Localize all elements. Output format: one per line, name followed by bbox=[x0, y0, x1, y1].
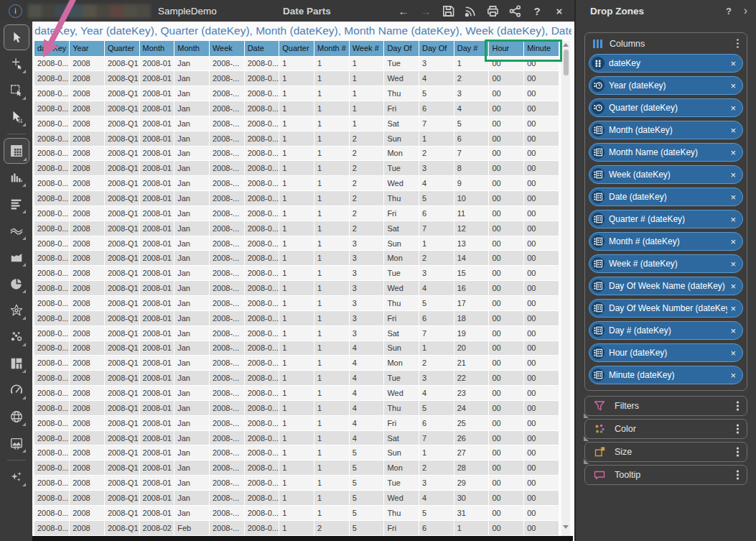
table-cell[interactable]: Mon bbox=[384, 251, 419, 266]
table-cell[interactable]: 2008-... bbox=[209, 415, 244, 430]
table-cell[interactable]: 00 bbox=[524, 131, 559, 146]
table-cell[interactable]: 5 bbox=[454, 116, 489, 131]
table-cell[interactable]: 1 bbox=[279, 131, 314, 146]
table-cell[interactable]: Jan bbox=[174, 476, 210, 491]
broadcast-icon[interactable] bbox=[462, 3, 478, 19]
table-cell[interactable]: 00 bbox=[524, 191, 559, 206]
table-cell[interactable]: 00 bbox=[489, 341, 524, 356]
drop-zone-menu-icon[interactable] bbox=[737, 448, 739, 457]
table-cell[interactable]: 2008-0... bbox=[244, 341, 279, 356]
table-cell[interactable]: 2008 bbox=[70, 161, 105, 176]
scrollbar-thumb[interactable] bbox=[564, 50, 569, 75]
table-cell[interactable]: Jan bbox=[174, 116, 210, 131]
column-pill[interactable]: Hour (dateKey) × bbox=[589, 343, 743, 362]
table-cell[interactable]: 1 bbox=[314, 266, 350, 281]
table-cell[interactable]: 2008-Q1 bbox=[104, 371, 139, 386]
table-cell[interactable]: 1 bbox=[314, 221, 350, 236]
table-cell[interactable]: 2008-... bbox=[209, 116, 244, 131]
table-cell[interactable]: Sun bbox=[384, 131, 419, 146]
table-cell[interactable]: 22 bbox=[454, 371, 489, 386]
column-header[interactable]: Month bbox=[174, 41, 210, 56]
table-cell[interactable]: 2 bbox=[419, 356, 454, 371]
table-cell[interactable]: 2008-0... bbox=[34, 101, 70, 116]
table-cell[interactable]: 00 bbox=[489, 221, 524, 236]
table-cell[interactable]: 2008-0... bbox=[34, 236, 70, 251]
table-cell[interactable]: 00 bbox=[489, 205, 524, 221]
table-cell[interactable]: 7 bbox=[419, 221, 454, 236]
table-cell[interactable]: 2 bbox=[454, 71, 489, 86]
table-row[interactable]: 2008-0...20082008-Q12008-01Jan2008-...20… bbox=[34, 296, 559, 311]
table-cell[interactable]: 1 bbox=[454, 56, 489, 71]
table-cell[interactable]: 2008-0... bbox=[244, 505, 279, 520]
table-cell[interactable]: 2008-01 bbox=[139, 71, 174, 86]
table-cell[interactable]: 2008-Q1 bbox=[104, 191, 139, 206]
table-cell[interactable]: 1 bbox=[314, 461, 350, 476]
table-cell[interactable]: 2 bbox=[419, 146, 454, 161]
table-cell[interactable]: 00 bbox=[489, 71, 524, 86]
panel-collapse-icon[interactable]: › bbox=[744, 4, 747, 17]
column-pill[interactable]: Day Of Week Name (dateKey) ... × bbox=[589, 277, 743, 295]
table-cell[interactable]: 2008 bbox=[70, 341, 105, 356]
table-cell[interactable]: 00 bbox=[524, 520, 559, 535]
table-cell[interactable]: 6 bbox=[419, 520, 454, 535]
table-cell[interactable]: 3 bbox=[349, 310, 384, 325]
remove-column-icon[interactable]: × bbox=[730, 303, 736, 314]
table-cell[interactable]: 1 bbox=[279, 445, 314, 461]
table-cell[interactable]: 2008-Q1 bbox=[104, 415, 139, 430]
table-cell[interactable]: 2 bbox=[349, 176, 384, 191]
table-cell[interactable]: 3 bbox=[349, 281, 384, 296]
table-row[interactable]: 2008-0...20082008-Q12008-02Feb2008-...20… bbox=[34, 520, 559, 535]
table-cell[interactable]: 1 bbox=[314, 281, 350, 296]
table-cell[interactable]: 00 bbox=[489, 371, 524, 386]
table-cell[interactable]: 7 bbox=[454, 146, 489, 161]
line-chart-tool[interactable] bbox=[8, 222, 25, 239]
table-cell[interactable]: 2008-Q1 bbox=[104, 266, 139, 281]
table-cell[interactable]: 2008-Q1 bbox=[104, 146, 139, 161]
table-cell[interactable]: Jan bbox=[174, 161, 210, 176]
table-row[interactable]: 2008-0...20082008-Q12008-01Jan2008-...20… bbox=[34, 356, 559, 371]
table-cell[interactable]: 2008-... bbox=[209, 146, 244, 161]
table-cell[interactable]: 2008-0... bbox=[34, 400, 70, 415]
table-cell[interactable]: 3 bbox=[454, 86, 489, 101]
table-cell[interactable]: 2008-... bbox=[209, 461, 244, 476]
table-cell[interactable]: 10 bbox=[454, 191, 489, 206]
table-cell[interactable]: Sun bbox=[384, 341, 419, 356]
table-cell[interactable]: 2008-01 bbox=[139, 176, 174, 191]
table-cell[interactable]: 5 bbox=[349, 520, 384, 535]
table-cell[interactable]: Fri bbox=[384, 205, 419, 221]
table-cell[interactable]: 1 bbox=[314, 236, 350, 251]
table-cell[interactable]: 1 bbox=[279, 461, 314, 476]
table-cell[interactable]: 2008-0... bbox=[244, 281, 279, 296]
remove-column-icon[interactable]: × bbox=[730, 58, 736, 69]
table-cell[interactable]: 2008-... bbox=[209, 341, 244, 356]
table-cell[interactable]: Fri bbox=[384, 520, 419, 535]
table-cell[interactable]: 2008 bbox=[70, 221, 105, 236]
table-row[interactable]: 2008-0...20082008-Q12008-01Jan2008-...20… bbox=[34, 341, 559, 356]
table-row[interactable]: 2008-0...20082008-Q12008-01Jan2008-...20… bbox=[34, 71, 559, 86]
table-cell[interactable]: 7 bbox=[419, 430, 454, 445]
table-cell[interactable]: 2008-0... bbox=[244, 310, 279, 325]
table-cell[interactable]: 2008-0... bbox=[244, 86, 279, 101]
table-cell[interactable]: 30 bbox=[454, 490, 489, 505]
table-cell[interactable]: 1 bbox=[279, 191, 314, 206]
table-cell[interactable]: 2008-0... bbox=[34, 71, 70, 86]
table-cell[interactable]: 2008-0... bbox=[34, 476, 70, 491]
table-row[interactable]: 2008-0...20082008-Q12008-01Jan2008-...20… bbox=[34, 146, 559, 161]
column-header[interactable]: Minute bbox=[524, 41, 559, 56]
table-cell[interactable]: Thu bbox=[384, 400, 419, 415]
table-cell[interactable]: 00 bbox=[524, 310, 559, 325]
help-icon[interactable]: ? bbox=[529, 3, 545, 19]
table-cell[interactable]: 00 bbox=[524, 341, 559, 356]
table-cell[interactable]: 2008-... bbox=[209, 236, 244, 251]
table-cell[interactable]: 1 bbox=[314, 191, 350, 206]
table-row[interactable]: 2008-0...20082008-Q12008-01Jan2008-...20… bbox=[34, 325, 559, 341]
table-cell[interactable]: Wed bbox=[384, 386, 419, 401]
table-cell[interactable]: 2008-Q1 bbox=[104, 296, 139, 311]
column-pill[interactable]: Date (dateKey) × bbox=[589, 188, 743, 206]
table-cell[interactable]: 2008 bbox=[70, 86, 105, 101]
table-cell[interactable]: 27 bbox=[454, 445, 489, 461]
scatter-plot-tool[interactable] bbox=[8, 328, 25, 346]
table-cell[interactable]: 2008 bbox=[70, 131, 105, 146]
select-pointer-tool[interactable] bbox=[4, 24, 29, 50]
table-cell[interactable]: 00 bbox=[489, 461, 524, 476]
